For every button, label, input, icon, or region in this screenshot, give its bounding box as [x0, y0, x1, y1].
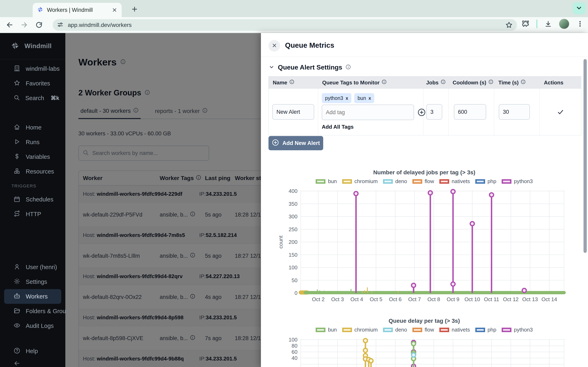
browser-menu-icon[interactable] — [576, 20, 584, 28]
legend-swatch — [439, 179, 449, 184]
add-tag-input[interactable] — [322, 105, 414, 120]
drawer-title: Queue Metrics — [285, 41, 334, 49]
url-text: app.windmill.dev/workers — [68, 22, 501, 28]
sidebar-item-label: Variables — [26, 154, 50, 160]
sidebar-item-variables[interactable]: Variables — [0, 150, 65, 164]
browser-tabstrip: Workers | Windmill — [0, 0, 588, 17]
sidebar-item-folders-groups[interactable]: Folders & Groups... — [0, 304, 65, 318]
legend-item-chromium[interactable]: chromium — [342, 327, 378, 333]
legend-item-nativets[interactable]: nativets — [439, 327, 470, 333]
legend-label: deno — [395, 327, 407, 333]
sidebar-item-label: Help — [26, 348, 38, 355]
legend-item-nativets[interactable]: nativets — [439, 178, 470, 184]
legend-item-flow[interactable]: flow — [412, 178, 434, 184]
address-bar[interactable]: app.windmill.dev/workers — [53, 19, 517, 31]
info-icon[interactable] — [381, 79, 387, 86]
forward-button[interactable] — [20, 21, 28, 29]
sidebar-item-label: Workers — [26, 293, 48, 300]
sidebar-item-help[interactable]: Help — [0, 344, 65, 359]
alert-name-input[interactable] — [272, 104, 314, 120]
sidebar-item-label: windmill-labs — [26, 66, 60, 72]
legend-item-python3[interactable]: python3 — [502, 178, 533, 184]
sidebar-item-label: HTTP — [26, 211, 41, 217]
sidebar-item-resources[interactable]: Resources — [0, 164, 65, 179]
sidebar-section-heading: TRIGGERS — [0, 184, 65, 188]
queue-alert-settings-toggle[interactable]: Queue Alert Settings — [268, 64, 351, 71]
sidebar-item-label: Settings — [26, 278, 47, 285]
reload-button[interactable] — [35, 21, 43, 29]
browser-tab[interactable]: Workers | Windmill — [33, 3, 122, 17]
remove-tag-button[interactable]: x — [369, 96, 371, 101]
brand[interactable]: Windmill — [0, 39, 65, 53]
legend-swatch — [412, 179, 422, 184]
new-tab-button[interactable] — [131, 5, 138, 13]
info-icon[interactable] — [346, 64, 351, 71]
drawer-scrollbar[interactable] — [584, 59, 587, 253]
confirm-alert-button[interactable] — [540, 89, 581, 135]
remove-tag-button[interactable]: x — [346, 96, 348, 101]
legend-item-chromium[interactable]: chromium — [342, 178, 378, 184]
alert-column-queue-tags-to-monitor: Queue Tags to Monitor — [318, 76, 424, 89]
downloads-icon[interactable] — [544, 20, 552, 28]
add-new-alert-button[interactable]: Add New Alert — [268, 136, 323, 150]
sidebar-item-user-henri[interactable]: User (henri) — [0, 260, 65, 275]
bookmark-star-icon[interactable] — [505, 21, 513, 29]
back-button[interactable] — [6, 21, 13, 29]
collapse-sidebar-button[interactable] — [0, 359, 65, 367]
info-icon[interactable] — [289, 79, 294, 86]
svg-text:Oct 9: Oct 9 — [447, 296, 459, 302]
add-all-tags-link[interactable]: Add All Tags — [322, 124, 354, 130]
sidebar-item-schedules[interactable]: Schedules — [0, 192, 65, 207]
tab-search-button[interactable] — [573, 2, 585, 14]
svg-text:150: 150 — [289, 252, 297, 258]
svg-text:350: 350 — [289, 201, 297, 207]
sidebar-item-windmill-labs[interactable]: windmill-labs — [0, 61, 65, 76]
chevron-down-icon — [268, 64, 275, 71]
legend-item-python3[interactable]: python3 — [502, 327, 533, 333]
svg-text:300: 300 — [289, 213, 297, 220]
legend-item-deno[interactable]: deno — [383, 327, 407, 333]
avatar[interactable] — [559, 19, 569, 29]
legend-label: chromium — [355, 327, 378, 333]
legend-item-php[interactable]: php — [475, 178, 496, 184]
sidebar: Windmill windmill-labsFavoritesSearch⌘kH… — [0, 33, 65, 367]
jobs-input[interactable] — [426, 104, 442, 120]
drawer-close-button[interactable] — [268, 40, 280, 52]
info-icon[interactable] — [488, 79, 493, 86]
dollar-icon — [13, 153, 20, 161]
sidebar-item-home[interactable]: Home — [0, 120, 65, 135]
legend-item-php[interactable]: php — [475, 327, 496, 333]
info-icon[interactable] — [521, 79, 526, 86]
sidebar-item-favorites[interactable]: Favorites — [0, 76, 65, 91]
close-icon — [271, 42, 277, 49]
help-icon — [13, 347, 20, 355]
tag-label: bun — [357, 95, 366, 101]
chart1-title: Number of delayed jobs per tag (> 3s) — [277, 169, 571, 176]
extensions-icon[interactable] — [522, 20, 529, 28]
time-input[interactable] — [499, 104, 530, 120]
svg-text:Oct 4: Oct 4 — [350, 296, 363, 302]
legend-item-bun[interactable]: bun — [316, 178, 337, 184]
legend-item-deno[interactable]: deno — [383, 178, 407, 184]
tab-close-icon[interactable] — [112, 7, 118, 13]
sidebar-item-http[interactable]: HTTP — [0, 207, 65, 221]
legend-item-bun[interactable]: bun — [316, 327, 337, 333]
info-icon[interactable] — [441, 79, 446, 86]
svg-text:Oct 14: Oct 14 — [541, 296, 557, 302]
tag-label: python3 — [325, 95, 343, 101]
legend-swatch — [316, 328, 325, 332]
sidebar-item-audit-logs[interactable]: Audit Logs — [0, 318, 65, 333]
site-settings-icon[interactable] — [57, 21, 64, 29]
sidebar-item-runs[interactable]: Runs — [0, 135, 65, 150]
calendar-icon — [13, 196, 20, 203]
sidebar-item-search[interactable]: Search⌘k — [0, 91, 65, 105]
svg-text:100: 100 — [289, 337, 297, 343]
sidebar-item-settings[interactable]: Settings — [0, 275, 65, 289]
svg-text:100: 100 — [289, 264, 297, 271]
sidebar-item-workers[interactable]: Workers — [4, 289, 61, 304]
legend-item-flow[interactable]: flow — [412, 327, 434, 333]
sidebar-item-label: Runs — [26, 139, 40, 146]
cooldown-input[interactable] — [454, 104, 486, 120]
svg-text:50: 50 — [292, 277, 297, 284]
queue-delay-chart: 100806040 — [277, 337, 571, 367]
